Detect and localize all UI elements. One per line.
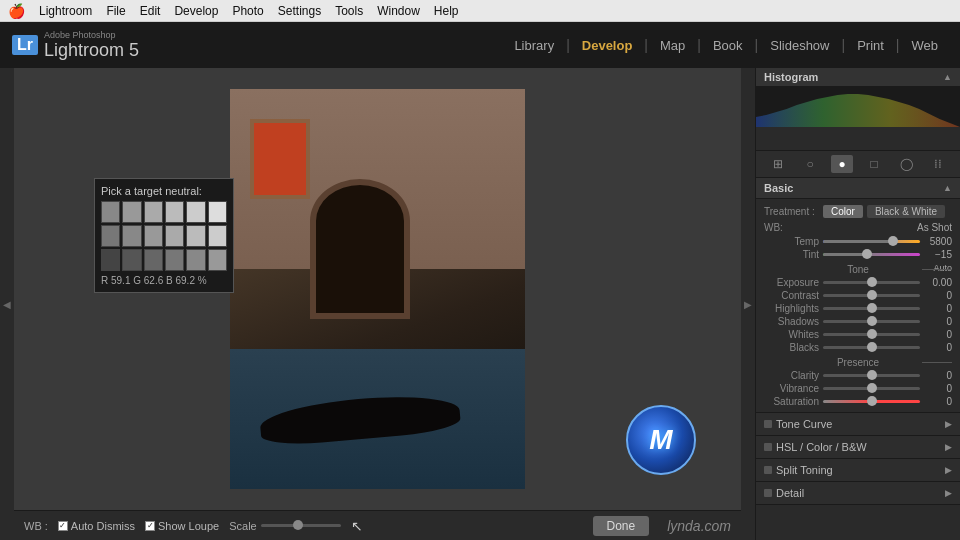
detail-title: Detail (776, 487, 804, 499)
neutral-cell[interactable] (186, 201, 205, 223)
wb-section-label: WB: (764, 222, 789, 233)
whites-track[interactable] (823, 333, 920, 336)
neutral-cell[interactable] (208, 201, 227, 223)
neutral-cell[interactable] (186, 225, 205, 247)
contrast-thumb[interactable] (867, 290, 877, 300)
saturation-thumb[interactable] (867, 396, 877, 406)
blacks-thumb[interactable] (867, 342, 877, 352)
tool-sliders-icon[interactable]: ⁞⁞ (927, 155, 949, 173)
wb-as-shot[interactable]: As Shot (917, 222, 952, 233)
shadows-slider-row: Shadows 0 (756, 315, 960, 328)
scale-slider[interactable] (261, 524, 341, 527)
tool-record-icon[interactable]: ● (831, 155, 853, 173)
neutral-cell[interactable] (122, 225, 141, 247)
neutral-cell[interactable] (101, 225, 120, 247)
done-button[interactable]: Done (593, 516, 650, 536)
vibrance-value: 0 (924, 383, 952, 394)
neutral-cell[interactable] (208, 249, 227, 271)
vibrance-thumb[interactable] (867, 383, 877, 393)
tone-curve-panel[interactable]: Tone Curve ▶ (756, 413, 960, 436)
scale-thumb[interactable] (293, 520, 303, 530)
neutral-cell[interactable] (122, 201, 141, 223)
clarity-thumb[interactable] (867, 370, 877, 380)
histogram-section-header[interactable]: Histogram ▲ (756, 68, 960, 87)
tab-develop[interactable]: Develop (572, 34, 643, 57)
auto-button[interactable]: Auto (933, 263, 952, 273)
highlights-value: 0 (924, 303, 952, 314)
tab-map[interactable]: Map (650, 34, 695, 57)
split-toning-panel[interactable]: Split Toning ▶ (756, 459, 960, 482)
auto-dismiss-check[interactable]: ✓ (58, 521, 68, 531)
menu-lightroom[interactable]: Lightroom (39, 4, 92, 18)
menu-file[interactable]: File (106, 4, 125, 18)
nav-sep-4: | (755, 37, 759, 53)
temp-track[interactable] (823, 240, 920, 243)
blacks-track[interactable] (823, 346, 920, 349)
basic-section-header[interactable]: Basic ▲ (756, 178, 960, 199)
menu-tools[interactable]: Tools (335, 4, 363, 18)
detail-panel[interactable]: Detail ▶ (756, 482, 960, 505)
tab-slideshow[interactable]: Slideshow (760, 34, 839, 57)
tool-grid-icon[interactable]: ⊞ (767, 155, 789, 173)
tint-thumb[interactable] (862, 249, 872, 259)
neutral-cell[interactable] (165, 201, 184, 223)
main-content: ◀ Pick a target neutral: (0, 68, 960, 540)
vibrance-track[interactable] (823, 387, 920, 390)
neutral-color-grid[interactable] (101, 201, 227, 271)
menu-help[interactable]: Help (434, 4, 459, 18)
neutral-cell[interactable] (186, 249, 205, 271)
shadows-thumb[interactable] (867, 316, 877, 326)
tab-library[interactable]: Library (504, 34, 564, 57)
highlights-slider-row: Highlights 0 (756, 302, 960, 315)
menu-bar: 🍎 Lightroom File Edit Develop Photo Sett… (0, 0, 960, 22)
tab-book[interactable]: Book (703, 34, 753, 57)
menu-photo[interactable]: Photo (232, 4, 263, 18)
split-toning-arrow: ▶ (945, 465, 952, 475)
auto-dismiss-checkbox[interactable]: ✓ Auto Dismiss (58, 520, 135, 532)
apple-menu[interactable]: 🍎 (8, 3, 25, 19)
neutral-cell[interactable] (165, 249, 184, 271)
neutral-cell[interactable] (144, 225, 163, 247)
whites-thumb[interactable] (867, 329, 877, 339)
exposure-thumb[interactable] (867, 277, 877, 287)
highlights-thumb[interactable] (867, 303, 877, 313)
contrast-track[interactable] (823, 294, 920, 297)
left-panel-toggle[interactable]: ◀ (0, 68, 14, 540)
neutral-cell[interactable] (144, 201, 163, 223)
shadows-label: Shadows (764, 316, 819, 327)
hsl-panel[interactable]: HSL / Color / B&W ▶ (756, 436, 960, 459)
neutral-cell[interactable] (208, 225, 227, 247)
menu-window[interactable]: Window (377, 4, 420, 18)
neutral-cell[interactable] (165, 225, 184, 247)
tool-circle2-icon[interactable]: ◯ (895, 155, 917, 173)
right-panel-toggle[interactable]: ▶ (741, 68, 755, 540)
tab-print[interactable]: Print (847, 34, 894, 57)
show-loupe-check[interactable]: ✓ (145, 521, 155, 531)
show-loupe-checkbox[interactable]: ✓ Show Loupe (145, 520, 219, 532)
wb-row: WB: As Shot (756, 220, 960, 235)
neutral-cell[interactable] (101, 249, 120, 271)
tab-web[interactable]: Web (902, 34, 949, 57)
tool-circle-icon[interactable]: ○ (799, 155, 821, 173)
shadows-track[interactable] (823, 320, 920, 323)
treatment-color-btn[interactable]: Color (823, 205, 863, 218)
tint-track[interactable] (823, 253, 920, 256)
temp-thumb[interactable] (888, 236, 898, 246)
clarity-track[interactable] (823, 374, 920, 377)
highlights-track[interactable] (823, 307, 920, 310)
neutral-cell[interactable] (144, 249, 163, 271)
tool-square-icon[interactable]: □ (863, 155, 885, 173)
exposure-track[interactable] (823, 281, 920, 284)
neutral-cell[interactable] (122, 249, 141, 271)
treatment-bw-btn[interactable]: Black & White (867, 205, 945, 218)
menu-edit[interactable]: Edit (140, 4, 161, 18)
menu-settings[interactable]: Settings (278, 4, 321, 18)
lynda-watermark: lynda.com (667, 518, 731, 534)
temp-value: 5800 (924, 236, 952, 247)
nav-sep-3: | (697, 37, 701, 53)
tint-slider-row: Tint −15 (756, 248, 960, 261)
nav-sep-6: | (896, 37, 900, 53)
saturation-track[interactable] (823, 400, 920, 403)
neutral-cell[interactable] (101, 201, 120, 223)
menu-develop[interactable]: Develop (174, 4, 218, 18)
